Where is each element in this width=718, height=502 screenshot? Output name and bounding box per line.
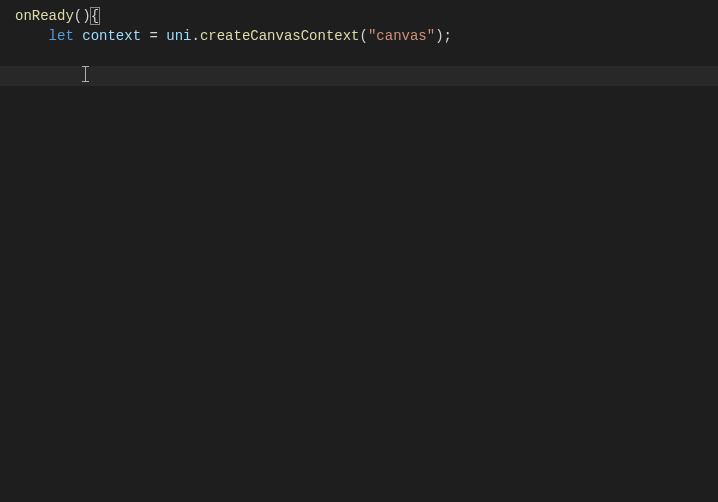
paren-close-token: ) (435, 28, 443, 44)
code-line-active[interactable] (0, 66, 718, 86)
object-token: uni (166, 28, 191, 44)
string-token: "canvas" (368, 28, 435, 44)
operator-token: = (149, 28, 157, 44)
code-line[interactable]: onReady(){ (0, 6, 718, 26)
paren-open-token: ( (360, 28, 368, 44)
code-editor[interactable]: onReady(){ let context = uni.createCanva… (0, 0, 718, 502)
brace-open-token: { (90, 7, 100, 25)
variable-token: context (82, 28, 141, 44)
indent (15, 28, 49, 44)
method-token: createCanvasContext (200, 28, 360, 44)
function-name-token: onReady (15, 8, 74, 24)
indent (15, 48, 49, 64)
code-line[interactable] (0, 46, 718, 66)
text-cursor-icon (85, 66, 86, 82)
space (158, 28, 166, 44)
code-line[interactable]: let context = uni.createCanvasContext("c… (0, 26, 718, 46)
semicolon-token: ; (444, 28, 452, 44)
dot-token: . (191, 28, 199, 44)
paren-open-token: ( (74, 8, 82, 24)
space (74, 28, 82, 44)
keyword-token: let (49, 28, 74, 44)
